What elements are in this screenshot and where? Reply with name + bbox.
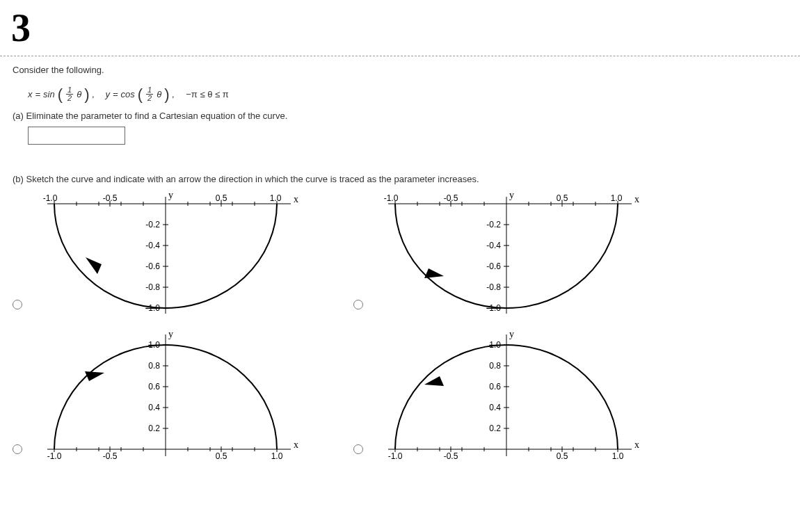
chart-option-c: y x -1.0 -0.5 0.5 1.0 0.2 0.4 0.6 0.8 1.… (13, 328, 353, 460)
svg-text:0.8: 0.8 (148, 361, 160, 371)
rparen2-icon: ) (164, 88, 169, 102)
svg-marker-112 (424, 376, 444, 386)
svg-text:-0.6: -0.6 (145, 261, 160, 271)
answer-input[interactable] (28, 127, 125, 145)
chart-d-svg: y x -1.0 -0.5 0.5 1.0 0.2 0.4 0.6 0.8 1.… (367, 328, 646, 460)
eq-comma: , (93, 89, 95, 99)
svg-text:y: y (168, 329, 173, 339)
svg-text:0.6: 0.6 (489, 382, 501, 392)
svg-text:-0.5: -0.5 (444, 193, 458, 203)
svg-text:0.2: 0.2 (489, 424, 501, 433)
svg-text:0.5: 0.5 (557, 193, 568, 203)
svg-text:x: x (634, 440, 639, 450)
svg-text:-1.0: -1.0 (145, 303, 160, 313)
svg-marker-19 (86, 257, 102, 274)
svg-text:-0.5: -0.5 (103, 451, 118, 460)
option-d-radio[interactable] (353, 444, 363, 454)
svg-text:-0.5: -0.5 (444, 451, 458, 460)
eq-range: −π ≤ θ ≤ π (186, 89, 228, 99)
svg-text:-1.0: -1.0 (388, 451, 403, 460)
svg-marker-81 (85, 371, 104, 381)
eq-sin: sin (43, 89, 55, 99)
svg-text:1.0: 1.0 (611, 193, 623, 203)
option-a-radio[interactable] (13, 300, 22, 309)
fraction-half: 1 2 (65, 86, 74, 102)
lparen2-icon: ( (138, 88, 143, 102)
chart-a-svg: y x -1.0 -0.5 0.5 1.0 -0.2 -0.4 -0.6 -0.… (26, 190, 305, 315)
svg-text:-0.2: -0.2 (486, 220, 501, 229)
svg-text:-1.0: -1.0 (47, 451, 62, 460)
eq-y: y (105, 89, 110, 99)
chart-option-b: y x -1.0 -0.5 0.5 1.0 -0.2 -0.4 -0.6 -0.… (353, 190, 694, 315)
svg-text:1.0: 1.0 (489, 340, 501, 350)
svg-text:1.0: 1.0 (612, 451, 624, 460)
svg-text:0.6: 0.6 (148, 382, 160, 392)
chart-b-svg: y x -1.0 -0.5 0.5 1.0 -0.2 -0.4 -0.6 -0.… (367, 190, 646, 315)
svg-text:-0.8: -0.8 (145, 282, 160, 292)
svg-text:0.4: 0.4 (489, 403, 501, 412)
svg-text:0.5: 0.5 (557, 451, 568, 460)
eq-comma2: , (173, 89, 175, 99)
lparen-icon: ( (58, 88, 63, 102)
eq-eq: = (35, 89, 41, 99)
eq-theta2: θ (157, 89, 161, 99)
svg-text:-0.2: -0.2 (145, 220, 160, 229)
svg-text:-0.6: -0.6 (486, 261, 501, 271)
svg-text:y: y (509, 190, 514, 200)
svg-marker-50 (424, 268, 444, 278)
svg-text:1.0: 1.0 (270, 193, 282, 203)
svg-text:-0.5: -0.5 (103, 193, 118, 203)
chart-c-svg: y x -1.0 -0.5 0.5 1.0 0.2 0.4 0.6 0.8 1.… (26, 328, 305, 460)
handwritten-problem-number: 3 (0, 0, 800, 56)
svg-text:y: y (509, 329, 514, 339)
svg-text:-0.8: -0.8 (486, 282, 501, 292)
chart-option-d: y x -1.0 -0.5 0.5 1.0 0.2 0.4 0.6 0.8 1.… (353, 328, 694, 460)
parametric-equations: x = sin ( 1 2 θ ) , y = cos ( 1 2 θ ) , … (13, 81, 787, 111)
eq-eq2: = (113, 89, 118, 99)
svg-text:y: y (168, 190, 173, 200)
chart-option-a: y x -1.0 -0.5 0.5 1.0 -0.2 -0.4 -0.6 -0.… (13, 190, 353, 315)
svg-text:-1.0: -1.0 (384, 193, 399, 203)
svg-text:0.8: 0.8 (489, 361, 501, 371)
svg-text:x: x (294, 194, 298, 204)
option-c-radio[interactable] (13, 444, 22, 454)
svg-text:-1.0: -1.0 (43, 193, 58, 203)
svg-text:0.4: 0.4 (148, 403, 160, 412)
svg-text:0.5: 0.5 (216, 451, 227, 460)
svg-text:-0.4: -0.4 (486, 241, 501, 250)
svg-text:1.0: 1.0 (148, 340, 160, 350)
svg-text:x: x (634, 194, 639, 204)
option-b-radio[interactable] (353, 300, 363, 309)
eq-x: x (28, 89, 33, 99)
svg-text:-0.4: -0.4 (145, 241, 160, 250)
svg-text:1.0: 1.0 (271, 451, 283, 460)
svg-text:0.2: 0.2 (148, 424, 160, 433)
svg-text:x: x (294, 440, 298, 450)
svg-text:0.5: 0.5 (216, 193, 227, 203)
part-b-text: (b) Sketch the curve and indicate with a… (13, 174, 787, 184)
rparen-icon: ) (84, 88, 89, 102)
intro-text: Consider the following. (13, 65, 787, 75)
part-a-text: (a) Eliminate the parameter to find a Ca… (13, 111, 787, 121)
svg-text:-1.0: -1.0 (486, 303, 501, 313)
fraction-half2: 1 2 (145, 86, 154, 102)
eq-theta: θ (77, 89, 81, 99)
eq-cos: cos (121, 89, 135, 99)
